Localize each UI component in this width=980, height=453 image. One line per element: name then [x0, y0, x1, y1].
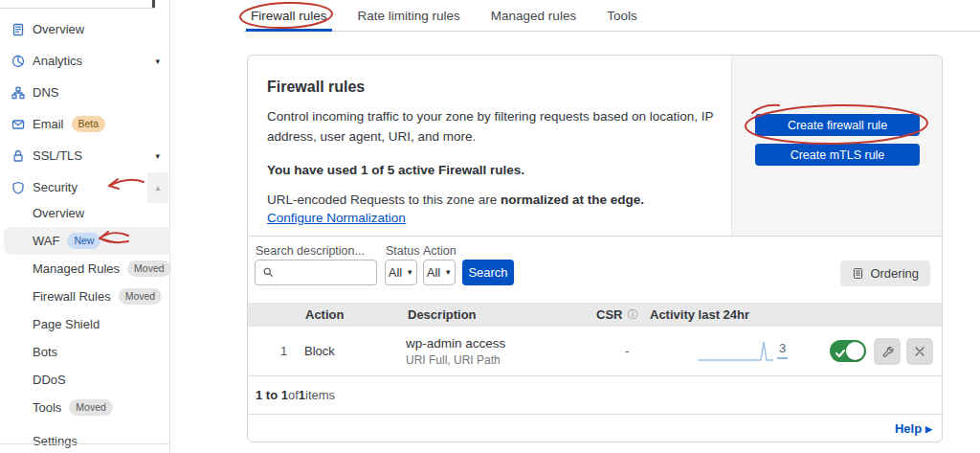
waf-tabs: Firewall rules Rate limiting rules Manag…	[244, 0, 980, 32]
firewall-rules-card: Firewall rules Control incoming traffic …	[247, 55, 943, 442]
status-label: Status	[386, 244, 419, 258]
delete-rule-button[interactable]	[906, 338, 933, 365]
search-icon	[262, 266, 275, 279]
section-description: Control incoming traffic to your zone by…	[267, 107, 716, 147]
search-button[interactable]: Search	[462, 260, 514, 285]
normalization-note-text: URL-encoded Requests to this zone are	[267, 193, 501, 207]
create-firewall-rule-button[interactable]: Create firewall rule	[755, 114, 920, 136]
help-label: Help	[895, 421, 922, 436]
items-word: items	[305, 388, 335, 402]
sidebar-item-label: Page Shield	[33, 317, 100, 331]
activity-count-link[interactable]: 3	[777, 341, 788, 359]
lock-icon	[11, 148, 26, 164]
sidebar-item-overview[interactable]: Overview	[0, 13, 170, 45]
tab-tools[interactable]: Tools	[602, 0, 642, 32]
ordering-button[interactable]: Ordering	[840, 260, 930, 286]
sidebar-item-label: Managed Rules	[33, 261, 120, 276]
section-collapse-indicator[interactable]: ▲	[147, 172, 168, 203]
rule-name: wp-admin access	[406, 336, 505, 351]
new-badge: New	[67, 233, 100, 249]
moved-badge: Moved	[119, 288, 163, 305]
sidebar-item-security-overview[interactable]: Overview	[0, 199, 170, 227]
sidebar-bottom-divider	[0, 443, 169, 444]
configure-normalization-link[interactable]: Configure Normalization	[267, 211, 406, 225]
toggle-knob	[846, 342, 864, 360]
normalization-note-bold: normalized at the edge.	[501, 193, 644, 207]
column-header-activity: Activity last 24hr	[650, 303, 749, 327]
sidebar: Overview Analytics ▾ DNS Email Beta	[0, 0, 170, 453]
rules-table-header: Action Description CSR ⓘ Activity last 2…	[248, 303, 942, 327]
rule-action: Block	[304, 344, 335, 358]
sidebar-item-label: DNS	[33, 85, 58, 100]
chevron-down-icon[interactable]: ▾	[155, 57, 160, 66]
firewall-rules-description-area: Firewall rules Control incoming traffic …	[248, 56, 733, 226]
search-field[interactable]	[255, 260, 377, 285]
tab-managed-rules[interactable]: Managed rules	[486, 0, 581, 32]
sidebar-item-email[interactable]: Email Beta	[0, 108, 170, 140]
action-select[interactable]: All▼	[423, 260, 456, 285]
shield-icon	[11, 180, 26, 195]
table-row: 1 Block wp-admin access URI Full, URI Pa…	[248, 327, 942, 376]
status-select-value: All	[389, 265, 402, 280]
sidebar-item-page-shield[interactable]: Page Shield	[0, 310, 170, 338]
sidebar-item-label: Firewall Rules	[33, 289, 111, 304]
list-document-icon	[852, 267, 864, 280]
column-header-action: Action	[305, 303, 344, 327]
scrollbar-thumb[interactable]	[152, 0, 155, 8]
chevron-down-icon[interactable]: ▾	[155, 151, 160, 161]
items-range: 1 to 1	[256, 388, 288, 402]
rule-fields: URI Full, URI Path	[406, 353, 505, 367]
action-select-value: All	[427, 265, 440, 280]
pie-chart-icon	[11, 54, 26, 69]
edit-rule-button[interactable]	[874, 338, 901, 365]
envelope-icon	[11, 117, 26, 132]
action-label: Action	[423, 244, 457, 258]
sidebar-item-firewall-rules[interactable]: Firewall Rules Moved	[0, 283, 170, 310]
sidebar-item-ddos[interactable]: DDoS	[0, 366, 170, 394]
wrench-icon	[880, 345, 894, 358]
sidebar-item-dns[interactable]: DNS	[0, 77, 170, 108]
sidebar-item-waf[interactable]: WAF New	[4, 227, 170, 255]
sidebar-item-label: Security	[33, 180, 78, 194]
chevron-down-icon: ▼	[406, 268, 413, 277]
sidebar-item-label: Email	[33, 117, 64, 131]
rule-description: wp-admin access URI Full, URI Path	[406, 336, 505, 367]
close-icon	[913, 345, 926, 358]
section-title: Firewall rules	[267, 79, 716, 96]
sidebar-item-settings[interactable]: Settings	[0, 427, 170, 453]
help-row: Help ▶	[248, 415, 942, 442]
usage-summary: You have used 1 of 5 active Firewall rul…	[267, 163, 716, 177]
sidebar-item-tools[interactable]: Tools Moved	[0, 394, 170, 421]
items-count: 1 to 1 of 1 items	[248, 376, 942, 415]
sidebar-item-bots[interactable]: Bots	[0, 338, 170, 366]
status-select[interactable]: All▼	[385, 260, 417, 285]
sidebar-item-label: Tools	[33, 400, 61, 415]
create-rule-panel: Create firewall rule Create mTLS rule	[731, 56, 942, 236]
sidebar-item-ssl-tls[interactable]: SSL/TLS ▾	[0, 140, 170, 171]
check-icon	[835, 345, 845, 362]
rule-enabled-toggle[interactable]	[830, 340, 866, 362]
tab-firewall-rules[interactable]: Firewall rules	[246, 0, 332, 32]
rule-csr-value: -	[625, 344, 629, 358]
items-total: 1	[299, 388, 305, 402]
search-input[interactable]	[279, 265, 370, 280]
rule-priority: 1	[280, 344, 287, 358]
sidebar-nav: Overview Analytics ▾ DNS Email Beta	[0, 13, 170, 203]
moved-badge: Moved	[127, 260, 171, 277]
column-header-description: Description	[408, 303, 477, 327]
search-label: Search description...	[256, 244, 365, 258]
info-icon[interactable]: ⓘ	[627, 307, 637, 322]
network-icon	[11, 85, 26, 101]
items-of: of	[288, 388, 299, 402]
beta-badge: Beta	[72, 116, 106, 132]
create-mtls-rule-button[interactable]: Create mTLS rule	[755, 144, 920, 166]
sidebar-item-managed-rules[interactable]: Managed Rules Moved	[0, 255, 170, 283]
normalization-note: URL-encoded Requests to this zone are no…	[267, 193, 716, 207]
help-link[interactable]: Help ▶	[895, 421, 932, 436]
sidebar-item-label: DDoS	[33, 373, 66, 387]
sidebar-divider	[0, 8, 155, 9]
tab-rate-limiting-rules[interactable]: Rate limiting rules	[353, 0, 465, 32]
column-header-csr: CSR ⓘ	[596, 303, 637, 327]
sidebar-item-analytics[interactable]: Analytics ▾	[0, 45, 170, 77]
chevron-down-icon: ▼	[444, 268, 452, 277]
